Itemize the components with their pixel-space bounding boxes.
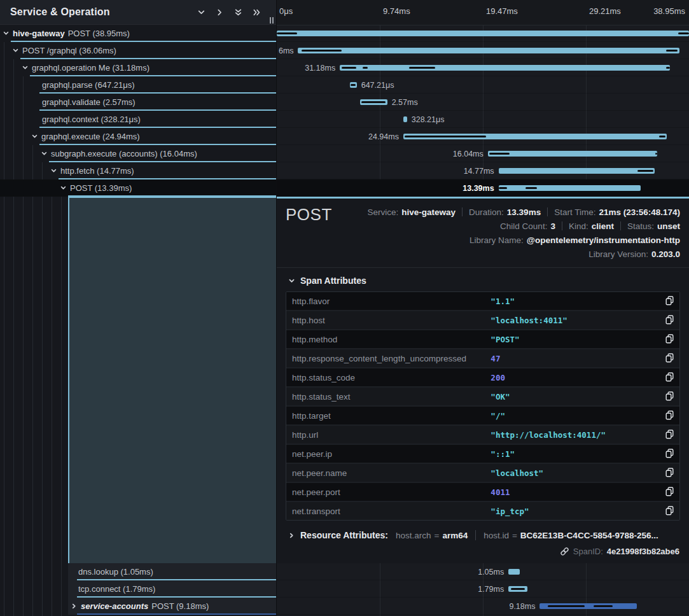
- attribute-row: net.transport"ip_tcp": [286, 502, 679, 520]
- attribute-key: http.flavor: [286, 297, 330, 306]
- timeline-row[interactable]: 16.04ms: [277, 145, 689, 162]
- span-row[interactable]: http.fetch (14.77ms): [0, 162, 276, 179]
- span-bar[interactable]: [277, 31, 689, 36]
- link-icon[interactable]: [560, 547, 569, 556]
- span-row[interactable]: POST (13.39ms): [0, 179, 276, 197]
- copy-icon[interactable]: [665, 487, 674, 496]
- chevron-down-icon[interactable]: [50, 167, 57, 174]
- collapse-all-icon[interactable]: [234, 8, 242, 17]
- timeline-row[interactable]: 14.77ms: [277, 162, 689, 179]
- span-row[interactable]: dns.lookup (1.05ms): [0, 563, 276, 580]
- timeline-row[interactable]: 2.57ms: [277, 94, 689, 111]
- span-duration-label: 1.05ms: [478, 568, 504, 577]
- timeline-row[interactable]: 31.18ms: [277, 59, 689, 76]
- span-attributes-header[interactable]: Span Attributes: [277, 268, 689, 291]
- span-bar[interactable]: [499, 185, 641, 191]
- span-row[interactable]: graphql.parse (647.21μs): [0, 76, 276, 94]
- chevron-down-icon[interactable]: [12, 47, 19, 54]
- child-span-mark: [525, 187, 537, 189]
- meta-value: 3: [550, 221, 555, 231]
- meta-separator: [462, 207, 463, 216]
- span-detail-panel: POST Service:hive-gatewayDuration:13.39m…: [277, 197, 689, 563]
- chevron-down-icon[interactable]: [31, 133, 38, 140]
- meta-label: Kind:: [569, 221, 588, 231]
- timeline-body: 6ms31.18ms647.21μs2.57ms328.21μs24.94ms1…: [277, 25, 689, 616]
- span-bar[interactable]: [360, 99, 387, 105]
- chevron-down-icon: [288, 277, 295, 284]
- chevron-down-icon[interactable]: [60, 185, 67, 192]
- span-row[interactable]: service-accountsPOST (9.18ms): [0, 598, 276, 615]
- copy-icon[interactable]: [665, 391, 674, 401]
- timeline-row[interactable]: 1.05ms: [277, 563, 689, 580]
- span-row[interactable]: hive-gatewayPOST (38.95ms): [0, 25, 276, 42]
- span-row[interactable]: graphql.operation Me (31.18ms): [0, 59, 276, 76]
- timeline-ruler: 0μs9.74ms19.47ms29.21ms38.95ms: [277, 0, 689, 25]
- resource-attributes-title: Resource Attributes:: [300, 530, 388, 540]
- attribute-key: net.transport: [286, 507, 340, 516]
- chevron-right-icon[interactable]: [288, 532, 295, 539]
- span-bar[interactable]: [350, 82, 357, 88]
- span-duration-label: 2.57ms: [392, 98, 418, 107]
- span-duration-label: 6ms: [279, 46, 294, 55]
- span-row[interactable]: graphql.validate (2.57ms): [0, 94, 276, 111]
- span-bar[interactable]: [340, 65, 669, 71]
- span-duration-label: 24.94ms: [368, 132, 399, 141]
- attribute-row: http.flavor"1.1": [286, 292, 679, 311]
- span-bar[interactable]: [298, 48, 679, 53]
- copy-icon[interactable]: [665, 315, 674, 325]
- copy-icon[interactable]: [665, 296, 674, 305]
- span-row[interactable]: POST /graphql (36.06ms): [0, 42, 276, 59]
- attribute-key: http.host: [286, 316, 325, 325]
- resource-key: host.id: [484, 531, 509, 540]
- copy-icon[interactable]: [665, 506, 674, 515]
- attribute-row: http.response_content_length_uncompresse…: [286, 349, 679, 368]
- timeline-row[interactable]: 6ms: [277, 42, 689, 59]
- chevron-right-icon[interactable]: [71, 603, 78, 610]
- attribute-row: http.host"localhost:4011": [286, 311, 679, 330]
- chevron-down-icon[interactable]: [197, 8, 205, 17]
- chevron-down-icon[interactable]: [22, 64, 29, 71]
- span-bar[interactable]: [403, 116, 407, 122]
- chevron-down-icon[interactable]: [3, 30, 10, 37]
- attribute-row: net.peer.name"localhost": [286, 464, 679, 483]
- timeline-row[interactable]: 328.21μs: [277, 111, 689, 128]
- timeline-row[interactable]: 24.94ms: [277, 128, 689, 145]
- chevron-right-icon[interactable]: [216, 8, 224, 17]
- operation-label: graphql.operation Me (31.18ms): [32, 63, 150, 73]
- copy-icon[interactable]: [665, 372, 674, 382]
- timeline-row[interactable]: [277, 25, 689, 42]
- span-row-content: graphql.parse (647.21μs): [0, 76, 276, 94]
- span-bar[interactable]: [403, 134, 667, 139]
- copy-icon[interactable]: [665, 449, 674, 458]
- copy-icon[interactable]: [665, 353, 674, 363]
- attribute-value: "/": [491, 411, 505, 421]
- span-bar[interactable]: [499, 168, 655, 174]
- span-row[interactable]: subgraph.execute (accounts) (16.04ms): [0, 145, 276, 162]
- copy-icon[interactable]: [665, 410, 674, 420]
- timeline-row[interactable]: 9.18ms: [277, 598, 689, 615]
- span-row[interactable]: tcp.connect (1.79ms): [0, 580, 276, 598]
- child-span-mark: [511, 588, 525, 590]
- attribute-key: http.url: [286, 430, 318, 440]
- span-bar[interactable]: [539, 603, 637, 609]
- child-span-mark: [637, 170, 653, 172]
- timeline-row[interactable]: 1.79ms: [277, 580, 689, 598]
- timeline-row[interactable]: 13.39ms: [277, 179, 689, 197]
- span-bar[interactable]: [488, 151, 657, 157]
- span-row-content: graphql.execute (24.94ms): [0, 128, 276, 145]
- span-duration-label: 1.79ms: [478, 585, 504, 594]
- resource-key: host.arch: [396, 531, 431, 540]
- resource-attributes-row[interactable]: Resource Attributes:host.arch=arm64host.…: [277, 521, 689, 540]
- copy-icon[interactable]: [665, 334, 674, 344]
- span-row[interactable]: graphql.execute (24.94ms): [0, 128, 276, 145]
- chevron-down-icon[interactable]: [41, 150, 48, 157]
- column-resize-handle[interactable]: [270, 17, 274, 24]
- span-row[interactable]: graphql.context (328.21μs): [0, 111, 276, 128]
- span-bar[interactable]: [508, 586, 527, 592]
- timeline-row[interactable]: 647.21μs: [277, 76, 689, 94]
- copy-icon[interactable]: [665, 468, 674, 477]
- detail-meta-line: Child Count:3Kind:clientStatus:unset: [500, 219, 680, 233]
- copy-icon[interactable]: [665, 430, 674, 439]
- expand-all-icon[interactable]: [253, 8, 261, 17]
- span-bar[interactable]: [508, 569, 519, 575]
